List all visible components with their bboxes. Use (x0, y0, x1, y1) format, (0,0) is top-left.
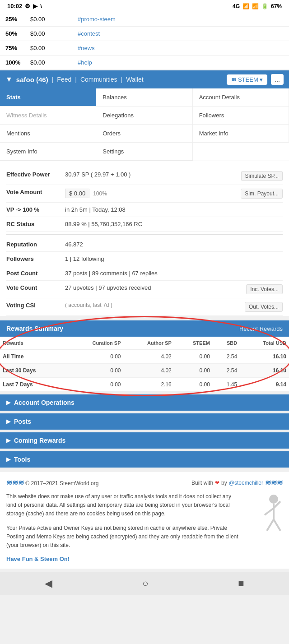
status-bar: 10:02 ⚙ ▶ \ 4G 📶 📶 🔋 67% (0, 0, 289, 12)
gear-icon: ⚙ (25, 3, 30, 9)
dropdown-arrow-icon[interactable]: ▼ (5, 75, 13, 83)
tag-val[interactable]: #contest (72, 27, 289, 41)
menu-item-balances[interactable]: Balances (96, 88, 192, 107)
menu-grid: Stats Balances Account Details Witness D… (0, 88, 289, 161)
author-sp-val: 4.02 (124, 364, 174, 378)
expand-icon: ▶ (6, 437, 10, 444)
amount-val: $0.00 (30, 16, 45, 23)
steem-waves-icon: ≋ (231, 76, 236, 83)
menu-item-account-details[interactable]: Account Details (193, 88, 289, 107)
tag-val[interactable]: #news (72, 41, 289, 55)
coming-rewards-bar[interactable]: ▶ Coming Rewards (0, 432, 289, 449)
menu-item-delegations[interactable]: Delegations (96, 107, 192, 125)
steem-val: 0.00 (174, 378, 213, 392)
menu-item-mentions[interactable]: Mentions (0, 125, 96, 143)
followers-row: Followers 1 | 12 following (6, 252, 283, 266)
steemchiller-link[interactable]: @steemchiller (229, 480, 263, 486)
vp-label: VP -> 100 % (6, 206, 65, 213)
sbd-val: 2.54 (213, 350, 240, 364)
footer: ≋≋≋ © 2017–2021 SteemWorld.org Built wit… (0, 472, 289, 569)
username-label: safoo (46) (16, 76, 48, 83)
inc-votes-button[interactable]: Inc. Votes... (246, 284, 283, 294)
menu-item-followers[interactable]: Followers (193, 107, 289, 125)
steem-button[interactable]: ≋ STEEM ▾ (227, 74, 267, 85)
simulate-sp-button[interactable]: Simulate SP... (241, 171, 283, 181)
menu-item-settings[interactable]: Settings (96, 143, 192, 161)
person-figure (247, 492, 283, 537)
rc-status-row: RC Status 88.99 % | 55,760,352,166 RC (6, 217, 283, 232)
more-options-button[interactable]: ... (271, 74, 284, 85)
svg-point-0 (269, 495, 278, 504)
bottom-nav: ◀ ○ ■ (0, 572, 289, 595)
account-operations-bar[interactable]: ▶ Account Operations (0, 394, 289, 411)
menu-item-witness-details[interactable]: Witness Details (0, 107, 96, 125)
menu-item-orders[interactable]: Orders (96, 125, 192, 143)
expand-icon: ▶ (6, 399, 10, 406)
reputation-row: Reputation 46.872 (6, 237, 283, 252)
network-label: 4G (233, 3, 240, 9)
svg-line-2 (265, 508, 274, 515)
followers-value: 1 | 12 following (65, 255, 283, 262)
effective-power-label: Effective Power (6, 171, 65, 178)
col-rewards: Rewards (0, 337, 66, 350)
account-operations-label: Account Operations (14, 399, 75, 406)
signal-icon: \ (40, 3, 42, 9)
recent-rewards-button[interactable]: Recent Rewards (233, 321, 289, 337)
back-button[interactable]: ◀ (45, 578, 52, 589)
sim-payout-button[interactable]: Sim. Payout... (241, 189, 283, 199)
table-row: 100% $0.00 #help (0, 56, 289, 70)
rc-status-label: RC Status (6, 221, 65, 227)
footer-left: ≋≋≋ © 2017–2021 SteemWorld.org (6, 478, 98, 487)
play-icon: ▶ (33, 3, 37, 9)
nav-wallet-link[interactable]: Wallet (126, 76, 143, 83)
period-label: All Time (0, 350, 66, 364)
col-steem: STEEM (174, 337, 213, 350)
tag-val[interactable]: #help (72, 56, 289, 69)
tag-val[interactable]: #promo-steem (72, 12, 289, 26)
post-count-row: Post Count 37 posts | 89 comments | 67 r… (6, 266, 283, 281)
expand-icon: ▶ (6, 456, 10, 463)
tools-bar[interactable]: ▶ Tools (0, 451, 289, 468)
posts-bar[interactable]: ▶ Posts (0, 413, 289, 430)
tools-label: Tools (14, 456, 30, 463)
signal-bars2-icon: 📶 (252, 3, 259, 9)
vp-row: VP -> 100 % in 2h 5m | Today, 12:08 (6, 203, 283, 217)
amount-val: $0.00 (30, 45, 45, 51)
vote-count-value: 27 upvotes | 97 upvotes received (65, 284, 246, 291)
menu-item-stats[interactable]: Stats (0, 88, 96, 107)
footer-built: Built with ❤ by @steemchiller ≋≋≋ (191, 478, 283, 487)
footer-text1: This website does not make use of any us… (6, 492, 283, 519)
recents-button[interactable]: ■ (238, 578, 244, 589)
pct-val: 75% (5, 45, 26, 51)
rewards-title: Rewards Summary (0, 320, 233, 337)
nav-communities-link[interactable]: Communities (80, 76, 117, 83)
time: 10:02 (7, 3, 22, 9)
status-time: 10:02 ⚙ ▶ \ (7, 3, 42, 9)
home-button[interactable]: ○ (142, 578, 148, 589)
menu-item-market-info[interactable]: Market Info (193, 125, 289, 143)
amount-val: $0.00 (30, 59, 45, 66)
author-sp-val: 4.02 (124, 350, 174, 364)
col-author-sp: Author SP (124, 337, 174, 350)
out-votes-button[interactable]: Out. Votes... (245, 302, 283, 312)
nav-feed-link[interactable]: Feed (57, 76, 71, 83)
sbd-val: 2.54 (213, 364, 240, 378)
post-count-value: 37 posts | 89 comments | 67 replies (65, 270, 283, 277)
by-label: by (221, 480, 227, 486)
voting-csi-label: Voting CSI (6, 302, 65, 309)
heart-icon: ❤ (215, 480, 219, 486)
stats-section: Effective Power 30.97 SP ( 29.97 + 1.00 … (0, 161, 289, 316)
effective-power-value: 30.97 SP ( 29.97 + 1.00 ) (65, 171, 241, 178)
footer-copyright: © 2017–2021 SteemWorld.org (25, 480, 98, 486)
steem-logo-icon: ≋≋≋ (6, 479, 24, 486)
vote-amount-value: $ 0.00 100% (65, 189, 241, 198)
table-row: 75% $0.00 #news (0, 41, 289, 56)
rewards-header: Rewards Summary Recent Rewards (0, 320, 289, 337)
table-row: 25% $0.00 #promo-steem (0, 12, 289, 27)
vote-count-row: Vote Count 27 upvotes | 97 upvotes recei… (6, 281, 283, 298)
menu-item-system-info[interactable]: System Info (0, 143, 96, 161)
table-row: Last 7 Days 0.00 2.16 0.00 1.45 9.14 (0, 378, 289, 392)
battery-icon: 🔋 (261, 3, 268, 9)
fun-link[interactable]: Have Fun & Steem On! (6, 556, 70, 562)
svg-line-5 (274, 519, 280, 531)
